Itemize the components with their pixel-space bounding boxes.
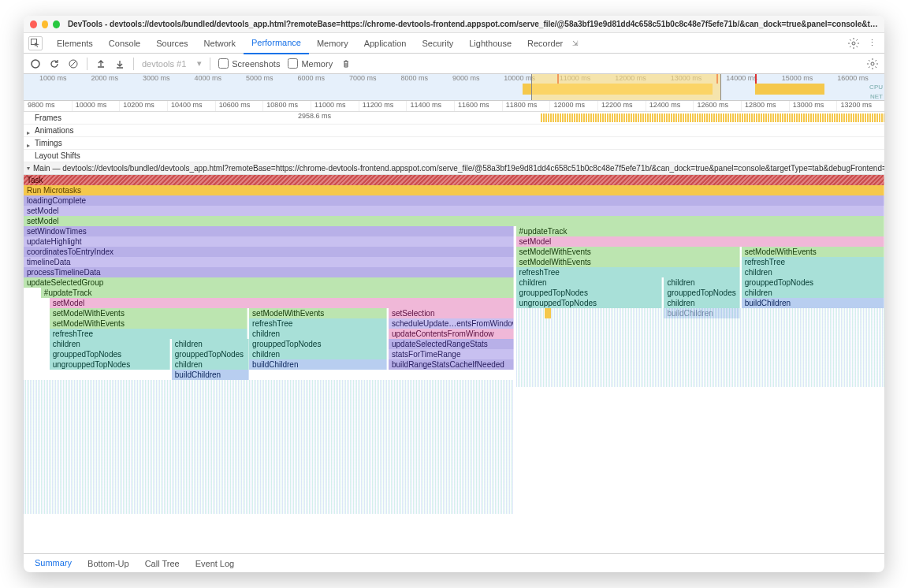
flame-bar[interactable]: loadingComplete (24, 195, 884, 206)
tab-memory[interactable]: Memory (309, 33, 356, 54)
chevron-right-icon[interactable]: ▸ (27, 142, 30, 149)
flame-bar[interactable]: Task (24, 175, 884, 185)
chevron-right-icon[interactable]: ▸ (27, 129, 30, 136)
flame-bar[interactable]: children (172, 339, 249, 349)
btab-event-log[interactable]: Event Log (188, 554, 243, 573)
flame-bar[interactable]: children (50, 339, 170, 349)
tab-sources[interactable]: Sources (148, 33, 195, 54)
settings-gear-icon[interactable] (848, 38, 864, 49)
btab-call-tree[interactable]: Call Tree (137, 554, 188, 573)
flame-bar[interactable]: refreshTree (50, 329, 247, 339)
flame-bar[interactable]: setModel (50, 298, 515, 308)
flame-bar[interactable]: setModelWithEvents (516, 257, 740, 267)
chevron-down-icon[interactable]: ▾ (27, 165, 30, 172)
flame-bar[interactable]: Run Microtasks (24, 185, 884, 195)
flame-bar[interactable]: refreshTree (249, 318, 387, 329)
frames-track[interactable]: Frames 2958.6 ms (24, 112, 884, 125)
flame-bar[interactable]: grouppedTopNodes (50, 349, 170, 359)
flame-bar[interactable]: scheduleUpdate…entsFromWindow (389, 318, 514, 329)
record-icon[interactable] (30, 58, 41, 69)
tracks: Frames 2958.6 ms ▸Animations ▸Timings La… (24, 112, 884, 162)
flame-bar[interactable]: buildRangeStatsCacheIfNeeded (389, 359, 514, 370)
garbage-collect-icon[interactable] (340, 58, 352, 69)
flame-bar[interactable]: grouppedTopNodes (742, 277, 884, 288)
flame-bar[interactable]: coordinatesToEntryIndex (24, 247, 514, 257)
upload-icon[interactable] (95, 58, 106, 69)
flame-bar[interactable]: setWindowTimes (24, 226, 514, 236)
flame-bar[interactable]: setModelWithEvents (50, 318, 247, 329)
flame-bar[interactable]: statsForTimeRange (389, 349, 514, 359)
flame-bar[interactable]: children (664, 298, 739, 308)
close-window-button[interactable] (30, 20, 37, 28)
flame-bar[interactable]: refreshTree (516, 267, 740, 277)
flame-bar[interactable]: #updateTrack (41, 288, 515, 298)
flame-bar[interactable]: children (742, 267, 884, 277)
flame-bar[interactable]: ungrouppedTopNodes (50, 359, 170, 370)
flame-bar[interactable]: #updateTrack (516, 226, 884, 236)
layout-shifts-track[interactable]: Layout Shifts (24, 150, 884, 162)
flame-bar[interactable]: setModel (24, 206, 884, 216)
btab-summary[interactable]: Summary (27, 553, 80, 573)
context-dropdown[interactable]: devtools #1▾ (142, 58, 202, 69)
flame-bar[interactable]: updateSelectedRangeStats (389, 339, 514, 349)
cpu-label: CPU (869, 84, 883, 91)
flame-bar[interactable]: grouppedTopNodes (516, 288, 663, 298)
flame-bar[interactable]: children (249, 329, 387, 339)
svg-point-5 (871, 62, 874, 65)
btab-bottom-up[interactable]: Bottom-Up (80, 554, 137, 573)
download-icon[interactable] (114, 58, 125, 69)
flame-bar[interactable]: children (249, 349, 387, 359)
separator (87, 58, 87, 70)
flame-bar[interactable]: updateContentsFromWindow (389, 329, 514, 339)
reload-icon[interactable] (49, 58, 60, 69)
flame-bar[interactable]: setModel (516, 236, 884, 247)
minimize-window-button[interactable] (42, 20, 49, 28)
flame-bar[interactable]: children (742, 288, 884, 298)
window-title: DevTools - devtools://devtools/bundled/d… (68, 20, 878, 28)
timings-track[interactable]: ▸Timings (24, 137, 884, 150)
flame-bar[interactable]: grouppedTopNodes (249, 339, 387, 349)
flame-bar[interactable]: children (172, 359, 249, 370)
flame-bar[interactable]: setModelWithEvents (249, 308, 387, 318)
frame-duration: 2958.6 ms (298, 112, 331, 120)
tab-lighthouse[interactable]: Lighthouse (461, 33, 519, 54)
tab-network[interactable]: Network (196, 33, 244, 54)
tab-console[interactable]: Console (101, 33, 148, 54)
flame-bar[interactable]: buildChildren (172, 370, 249, 380)
flame-bar[interactable]: setModelWithEvents (742, 247, 884, 257)
flame-bar[interactable]: refreshTree (742, 257, 884, 267)
svg-point-1 (852, 42, 855, 45)
flame-bar[interactable]: processTimelineData (24, 267, 514, 277)
flame-bar[interactable]: setModelWithEvents (50, 308, 247, 318)
flame-bar[interactable]: ungrouppedTopNodes (516, 298, 663, 308)
tab-performance[interactable]: Performance (244, 32, 309, 54)
flame-bar[interactable]: grouppedTopNodes (664, 288, 739, 298)
flame-bar[interactable]: timelineData (24, 257, 514, 267)
memory-checkbox[interactable]: Memory (288, 58, 333, 69)
timeline-overview[interactable]: 1000 ms2000 ms3000 ms4000 ms 5000 ms6000… (24, 74, 884, 101)
tab-security[interactable]: Security (414, 33, 461, 54)
flame-bar[interactable]: updateSelectedGroup (24, 277, 514, 288)
main-thread-header[interactable]: ▾ Main — devtools://devtools/bundled/dev… (24, 162, 884, 175)
overview-selection[interactable] (531, 74, 720, 100)
flame-bar[interactable]: children (664, 277, 739, 288)
capture-settings-gear-icon[interactable] (867, 58, 878, 69)
flame-bar[interactable]: children (516, 277, 663, 288)
flame-bar[interactable]: setModel (24, 216, 884, 226)
flame-bar[interactable]: buildChildren (742, 298, 884, 308)
flame-bar[interactable]: buildChildren (249, 359, 387, 370)
tab-application[interactable]: Application (356, 33, 415, 54)
flame-bar[interactable]: grouppedTopNodes (172, 349, 249, 359)
inspect-element-icon[interactable] (28, 36, 43, 50)
flame-bar[interactable]: setSelection (389, 308, 514, 318)
maximize-window-button[interactable] (53, 20, 60, 28)
animations-track[interactable]: ▸Animations (24, 125, 884, 137)
more-menu-icon[interactable]: ⋮ (864, 38, 880, 48)
tab-recorder[interactable]: Recorder (519, 33, 571, 54)
flame-bar[interactable]: updateHighlight (24, 236, 514, 247)
flame-chart[interactable]: Task Run Microtasks loadingComplete setM… (24, 175, 884, 553)
clear-icon[interactable] (68, 58, 79, 69)
screenshots-checkbox[interactable]: Screenshots (218, 58, 280, 69)
tab-elements[interactable]: Elements (49, 33, 101, 54)
flame-bar[interactable]: setModelWithEvents (516, 247, 740, 257)
